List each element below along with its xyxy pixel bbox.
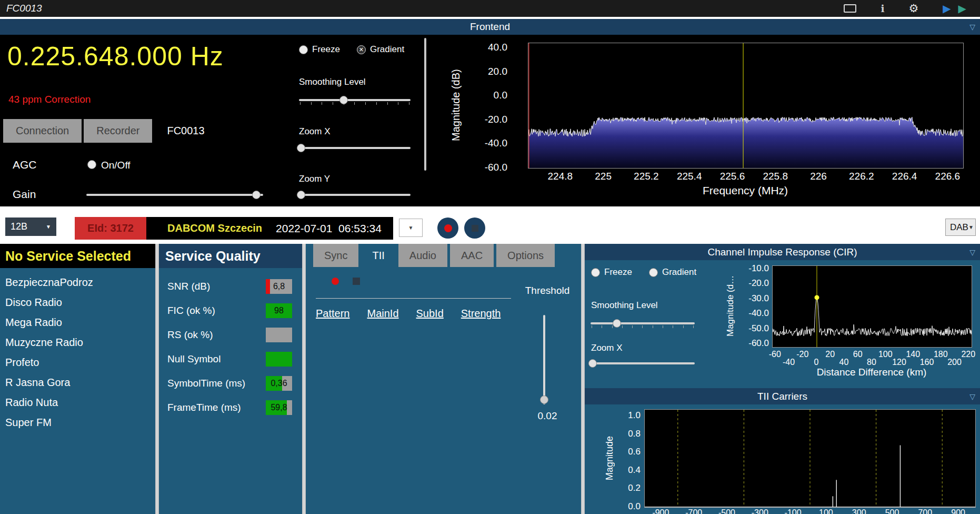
collapse-icon[interactable]: ▽ bbox=[969, 392, 975, 401]
zoom-x-slider[interactable] bbox=[299, 143, 411, 153]
collapse-icon[interactable]: ▽ bbox=[969, 248, 975, 256]
threshold-label: Threshold bbox=[516, 285, 578, 296]
tab-label: Sync bbox=[324, 250, 347, 261]
quality-label: SNR (dB) bbox=[167, 281, 266, 292]
quality-indicator: 98 bbox=[266, 303, 292, 318]
service-item[interactable]: Profeto bbox=[0, 352, 155, 372]
freeze-radio[interactable] bbox=[299, 45, 308, 54]
service-quality-header: Service Quality bbox=[159, 244, 302, 268]
spectrum-plot[interactable] bbox=[528, 43, 964, 169]
cir-freeze-radio[interactable] bbox=[591, 268, 600, 277]
frontend-tab[interactable]: FC0013 bbox=[154, 119, 217, 143]
splitter[interactable] bbox=[581, 244, 585, 514]
stop-indicator[interactable] bbox=[353, 278, 360, 285]
divider bbox=[316, 298, 511, 299]
cir-smoothing-label: Smoothing Level bbox=[591, 300, 658, 311]
mode-value: DAB bbox=[950, 222, 968, 233]
tii-carriers-plot[interactable] bbox=[644, 409, 976, 508]
stop-icon bbox=[472, 225, 478, 232]
service-item[interactable]: Radio Nuta bbox=[0, 392, 155, 412]
tick-label: 220 bbox=[961, 350, 975, 359]
quality-row: FrameTime (ms) 59,8 bbox=[159, 396, 302, 420]
quality-indicator: 59,8 bbox=[266, 400, 292, 415]
info-icon[interactable]: ℹ bbox=[881, 3, 884, 15]
service-item[interactable]: R Jasna Gora bbox=[0, 372, 155, 392]
agc-radio[interactable] bbox=[87, 160, 96, 169]
play-icon[interactable]: ▶ bbox=[943, 2, 951, 15]
record-button[interactable] bbox=[437, 218, 458, 239]
slider-thumb[interactable] bbox=[252, 191, 261, 199]
quality-row: FIC (ok %) 98 bbox=[159, 299, 302, 323]
record-indicator[interactable] bbox=[332, 278, 339, 285]
cir-panel: Freeze Gradient Smoothing Level Zoom X M… bbox=[585, 260, 980, 388]
collapse-icon[interactable]: ▽ bbox=[969, 23, 975, 31]
service-item[interactable]: BezpiecznaPodroz bbox=[0, 272, 155, 292]
zoom-y-slider[interactable] bbox=[299, 190, 411, 200]
mode-select[interactable]: DAB ▼ bbox=[945, 219, 976, 236]
freeze-label: Freeze bbox=[312, 44, 340, 55]
cir-plot[interactable] bbox=[772, 265, 972, 348]
ensemble-id: EId: 3172 bbox=[87, 222, 134, 234]
service-item[interactable]: Muzyczne Radio bbox=[0, 332, 155, 352]
frontend-tab[interactable]: Connection bbox=[3, 119, 82, 143]
service-item[interactable]: Super FM bbox=[0, 412, 155, 432]
services-panel: No Service Selected BezpiecznaPodrozDisc… bbox=[0, 244, 155, 514]
detail-tab[interactable]: Sync bbox=[313, 244, 358, 267]
splitter[interactable] bbox=[302, 244, 306, 514]
detail-tab[interactable]: AAC bbox=[450, 244, 494, 267]
cir-smoothing-slider[interactable] bbox=[591, 319, 695, 328]
slider-tick-marks bbox=[300, 102, 409, 105]
tick-label: -60.0 bbox=[748, 338, 769, 349]
tick-label: 0.8 bbox=[628, 429, 641, 439]
frontend-section-header[interactable]: Frontend ▽ bbox=[0, 19, 980, 35]
play-secondary-icon[interactable]: ▶ bbox=[958, 2, 966, 15]
cir-x-axis-label: Distance Difference (km) bbox=[772, 367, 971, 378]
slider-thumb[interactable] bbox=[540, 396, 548, 404]
cir-gradient-radio[interactable] bbox=[649, 268, 658, 277]
scrollbar[interactable] bbox=[424, 38, 426, 171]
threshold-slider[interactable] bbox=[539, 315, 549, 404]
frontend-tab-panel: AGC On/Off Gain bbox=[0, 143, 295, 206]
cir-section-header[interactable]: Channel Impulse Response (CIR) ▽ bbox=[585, 244, 980, 260]
display-icon[interactable] bbox=[844, 4, 856, 13]
splitter[interactable] bbox=[155, 244, 159, 514]
stop-button[interactable] bbox=[464, 218, 485, 239]
service-quality-panel: Service Quality SNR (dB) 6,8 FIC (ok %) … bbox=[159, 244, 302, 514]
tick-label: 0.2 bbox=[628, 483, 641, 493]
slider-thumb[interactable] bbox=[613, 319, 621, 328]
tick-label: 80 bbox=[867, 358, 876, 367]
tick-label: -10.0 bbox=[748, 263, 769, 274]
quality-label: FrameTime (ms) bbox=[167, 402, 266, 413]
quality-row: RS (ok %) bbox=[159, 323, 302, 347]
cir-y-axis-label: Magnitude (d… bbox=[724, 265, 737, 347]
detail-tab[interactable]: Audio bbox=[398, 244, 447, 267]
detail-tab[interactable]: Options bbox=[496, 244, 555, 267]
service-item[interactable]: Mega Radio bbox=[0, 312, 155, 332]
smoothing-slider[interactable] bbox=[299, 95, 411, 105]
tick-label: 0.0 bbox=[494, 90, 507, 101]
dropdown-button[interactable]: ▼ bbox=[399, 219, 423, 237]
slider-thumb[interactable] bbox=[339, 96, 348, 104]
service-item[interactable]: Disco Radio bbox=[0, 292, 155, 312]
tick-label: -50.0 bbox=[748, 323, 769, 334]
slider-thumb[interactable] bbox=[297, 144, 305, 152]
playback-icons: ▶ ▶ bbox=[943, 2, 966, 15]
slider-track bbox=[591, 322, 695, 324]
gain-slider[interactable] bbox=[86, 190, 263, 200]
frontend-tab[interactable]: Recorder bbox=[84, 119, 152, 143]
tick-label: 225.6 bbox=[720, 171, 745, 182]
detail-tab[interactable]: TII bbox=[361, 244, 395, 267]
slider-thumb[interactable] bbox=[588, 359, 597, 368]
tii-carriers-section-header[interactable]: TII Carriers ▽ bbox=[585, 388, 980, 404]
column-header: SubId bbox=[416, 308, 444, 320]
gradient-radio[interactable]: ✕ bbox=[357, 45, 366, 54]
datetime: 2022-07-01 06:53:34 bbox=[276, 222, 382, 235]
slider-thumb[interactable] bbox=[297, 191, 305, 199]
cir-zoom-x-slider[interactable] bbox=[591, 359, 695, 368]
tick-label: 100 bbox=[819, 508, 833, 514]
gain-label: Gain bbox=[13, 188, 36, 201]
gear-icon[interactable]: ⚙ bbox=[908, 2, 918, 15]
cir-x-ticks: -60-40-20020406080100120140160180200220 bbox=[772, 350, 971, 367]
channel-select[interactable]: 12B ▼ bbox=[5, 218, 56, 236]
selected-service-header: No Service Selected bbox=[0, 244, 155, 268]
